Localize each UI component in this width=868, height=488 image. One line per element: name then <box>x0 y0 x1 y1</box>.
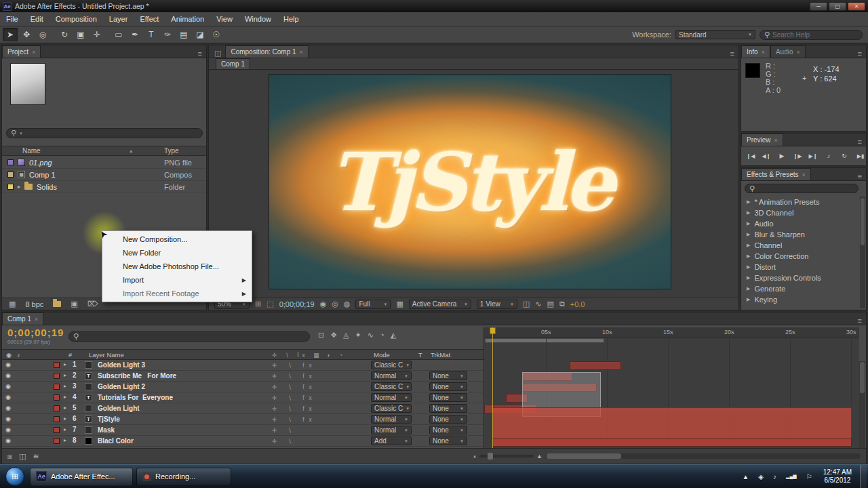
pan-behind-tool-icon[interactable]: ✛ <box>90 28 104 41</box>
mask-visibility-icon[interactable]: ⬚ <box>267 300 273 308</box>
layer-row[interactable]: ◉ ▸ 3 Golden Light 2 ✛ ∖ fx Classic C▼ N… <box>2 382 484 392</box>
layer-label-swatch[interactable] <box>54 405 60 411</box>
resolution-dropdown[interactable]: Full▼ <box>355 300 391 309</box>
layer-label-swatch[interactable] <box>54 373 60 379</box>
eye-icon[interactable]: ◉ <box>5 426 11 433</box>
layer-name[interactable]: Blacl Color <box>98 437 134 445</box>
tab-project[interactable]: Project× <box>2 45 41 58</box>
layer-expander-icon[interactable]: ▸ <box>64 394 66 400</box>
motion-blur-icon[interactable]: ◔ <box>380 331 384 339</box>
effects-category[interactable]: ▶Audio <box>741 218 861 229</box>
project-row-comp1[interactable]: ▦ Comp 1 Compos <box>2 169 206 181</box>
viewer-tab-comp1[interactable]: Comp 1 <box>216 58 250 69</box>
taskbar-app-after-effects[interactable]: Ae Adobe After Effec... <box>30 468 133 486</box>
label-color-swatch[interactable] <box>7 159 14 165</box>
tab-audio[interactable]: Audio× <box>770 45 806 58</box>
exposure-value[interactable]: +0.0 <box>570 300 585 308</box>
channels-icon[interactable]: ◍ <box>344 300 351 308</box>
layer-switches[interactable]: ✛ ∖ fx <box>272 405 317 412</box>
t-column-label[interactable]: T <box>418 351 422 359</box>
menu-item-new-composition[interactable]: New Composition... <box>102 232 252 246</box>
layer-label-swatch[interactable] <box>54 438 60 444</box>
trkmat-dropdown[interactable]: None▼ <box>429 382 467 391</box>
type-column-label[interactable]: Type <box>164 147 179 155</box>
tab-composition-comp1[interactable]: Composition: Comp 1× <box>225 45 308 58</box>
minimize-icon[interactable]: ─ <box>810 2 827 11</box>
project-row-01png[interactable]: 01.png PNG file <box>2 157 206 169</box>
work-area-bar[interactable] <box>485 338 604 343</box>
layer-expander-icon[interactable]: ▸ <box>64 372 66 378</box>
label-color-swatch[interactable] <box>7 171 14 178</box>
show-desktop-button[interactable] <box>860 465 867 488</box>
eye-icon[interactable]: ◉ <box>5 437 11 444</box>
layer-name[interactable]: Subscribe Me For More <box>98 372 176 380</box>
layer-label-swatch[interactable] <box>54 427 60 433</box>
new-composition-icon[interactable]: ▣ <box>71 300 77 308</box>
help-search-input[interactable] <box>772 31 858 39</box>
layer-row[interactable]: ◉ ▸ 1 Golden Light 3 ✛ ∖ fx Classic C▼ <box>2 360 484 371</box>
taskbar-clock[interactable]: 12:47 AM 6/5/2012 <box>823 468 852 485</box>
layer-row[interactable]: ◉ ▸ 4 T Tutorials For Everyone ✛ ∖ fx No… <box>2 392 484 403</box>
expander-icon[interactable]: ▶ <box>747 221 750 226</box>
viewer-time-display[interactable]: 0;00;00;19 <box>279 300 315 308</box>
layer-name[interactable]: Golden Light 3 <box>98 361 145 369</box>
bit-depth-label[interactable]: 8 bpc <box>25 300 43 308</box>
type-tool-icon[interactable]: T <box>144 28 159 41</box>
tray-expand-icon[interactable]: ▲ <box>742 473 749 481</box>
menu-item-import-recent-footage[interactable]: Import Recent Footage▶ <box>102 287 252 300</box>
eye-icon[interactable]: ◉ <box>5 383 11 390</box>
trkmat-dropdown[interactable]: None▼ <box>429 426 467 434</box>
expand-switches-icon[interactable]: ◫ <box>19 453 26 460</box>
tab-info[interactable]: Info× <box>741 45 770 58</box>
layer-expander-icon[interactable]: ▸ <box>64 383 66 389</box>
workspace-dropdown[interactable]: Standard▼ <box>675 30 755 39</box>
current-time-display[interactable]: 0;00;00;19 <box>7 327 64 338</box>
time-ruler[interactable]: 05s 10s 15s 20s 25s 30s <box>484 327 859 338</box>
trash-icon[interactable]: ⌦ <box>87 300 98 308</box>
blend-mode-dropdown[interactable]: Classic C▼ <box>371 404 412 413</box>
expander-icon[interactable]: ▶ <box>747 253 750 259</box>
menu-help[interactable]: Help <box>277 13 305 25</box>
layer-row[interactable]: ◉ ▸ 2 T Subscribe Me For More ✛ ∖ fx Nor… <box>2 371 484 382</box>
expander-icon[interactable]: ▶ <box>747 264 750 270</box>
eye-icon[interactable]: ◉ <box>5 372 11 379</box>
menu-animation[interactable]: Animation <box>165 13 210 25</box>
blend-mode-dropdown[interactable]: Classic C▼ <box>371 361 412 369</box>
last-frame-button[interactable]: ▶❙ <box>806 150 820 161</box>
effects-category[interactable]: ▶3D Channel <box>741 207 861 218</box>
layer-switches[interactable]: ✛ ∖ fx <box>272 384 317 390</box>
network-icon[interactable]: ▂▄▆ <box>786 474 797 479</box>
taskbar-app-recording[interactable]: Recording... <box>136 468 231 486</box>
blend-mode-dropdown[interactable]: Normal▼ <box>371 415 412 424</box>
layer-name[interactable]: Mask <box>98 426 115 434</box>
layer-label-swatch[interactable] <box>54 362 60 368</box>
tab-close-icon[interactable]: × <box>300 49 303 56</box>
blend-mode-dropdown[interactable]: Classic C▼ <box>371 382 412 391</box>
snapshot-icon[interactable]: ◉ <box>320 300 327 308</box>
panel-menu-icon[interactable]: ≡ <box>854 172 866 180</box>
menu-window[interactable]: Window <box>239 13 277 25</box>
expander-icon[interactable]: ▶ <box>747 199 750 205</box>
flowchart-button-icon[interactable]: ⧉ <box>559 300 565 308</box>
pen-tool-icon[interactable]: ✒ <box>127 28 142 41</box>
blend-mode-dropdown[interactable]: Add▼ <box>371 436 412 445</box>
mode-column-label[interactable]: Mode <box>374 351 390 359</box>
pixel-aspect-icon[interactable]: ◫ <box>523 300 530 308</box>
layer-switches[interactable]: ✛ ∖ fx <box>272 362 317 369</box>
audio-toggle-button[interactable]: ♪ <box>822 150 835 161</box>
layer-name-column-label[interactable]: Layer Name <box>89 351 124 359</box>
tab-close-icon[interactable]: × <box>32 49 35 56</box>
layer-row[interactable]: ◉ ▸ 5 Golden Light ✛ ∖ fx Classic C▼ Non… <box>2 403 484 414</box>
action-center-flag-icon[interactable]: ⚐ <box>806 473 812 481</box>
project-row-solids[interactable]: ▸ Solids Folder <box>2 181 206 193</box>
trkmat-dropdown[interactable]: None▼ <box>429 371 467 380</box>
layer-switches[interactable]: ✛ ∖ <box>272 427 296 434</box>
selection-tool-icon[interactable]: ➤ <box>3 28 18 41</box>
previous-frame-button[interactable]: ◀❙ <box>760 150 773 161</box>
fast-previews-icon[interactable]: ∿ <box>535 300 541 308</box>
panel-menu-icon[interactable]: ≡ <box>854 49 866 58</box>
effects-category[interactable]: ▶Color Correction <box>741 251 861 262</box>
graph-editor-icon[interactable]: ◭ <box>391 331 396 339</box>
label-color-swatch[interactable] <box>7 184 14 190</box>
timeline-horizontal-scrollbar[interactable] <box>545 453 861 459</box>
